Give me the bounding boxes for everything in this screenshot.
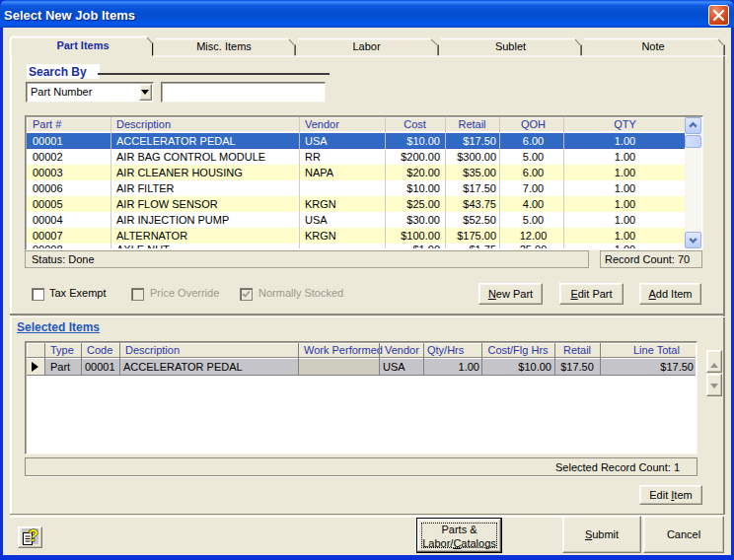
svg-text:?: ? <box>29 527 38 545</box>
